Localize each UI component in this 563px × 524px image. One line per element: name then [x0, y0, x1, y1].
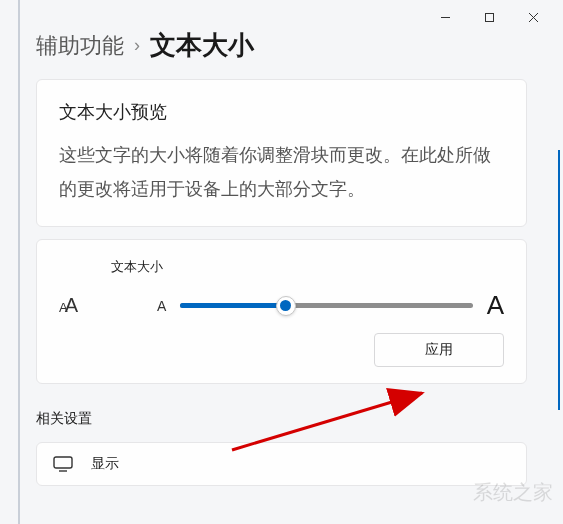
- slider-max-marker: A: [487, 290, 504, 321]
- svg-rect-6: [54, 457, 72, 468]
- close-button[interactable]: [511, 2, 555, 32]
- minimize-button[interactable]: [423, 2, 467, 32]
- text-size-preview-card: 文本大小预览 这些文字的大小将随着你调整滑块而更改。在此处所做的更改将适用于设备…: [36, 79, 527, 227]
- chevron-right-icon: ›: [134, 35, 140, 56]
- slider-thumb[interactable]: [276, 296, 296, 316]
- preview-body: 这些文字的大小将随着你调整滑块而更改。在此处所做的更改将适用于设备上的大部分文字…: [59, 138, 504, 206]
- svg-rect-1: [485, 13, 493, 21]
- display-label: 显示: [91, 455, 119, 473]
- breadcrumb-parent[interactable]: 辅助功能: [36, 31, 124, 61]
- slider-min-marker: A: [157, 298, 166, 314]
- display-settings-item[interactable]: 显示: [36, 442, 527, 486]
- text-size-slider-card: 文本大小 AA A A 应用: [36, 239, 527, 384]
- preview-title: 文本大小预览: [59, 100, 504, 124]
- text-size-slider[interactable]: [180, 296, 472, 316]
- apply-button[interactable]: 应用: [374, 333, 504, 367]
- breadcrumb: 辅助功能 › 文本大小: [0, 28, 563, 79]
- text-size-icon: AA: [59, 294, 91, 317]
- related-settings-title: 相关设置: [36, 410, 527, 428]
- page-title: 文本大小: [150, 28, 254, 63]
- maximize-button[interactable]: [467, 2, 511, 32]
- slider-label: 文本大小: [111, 258, 504, 276]
- monitor-icon: [53, 456, 73, 472]
